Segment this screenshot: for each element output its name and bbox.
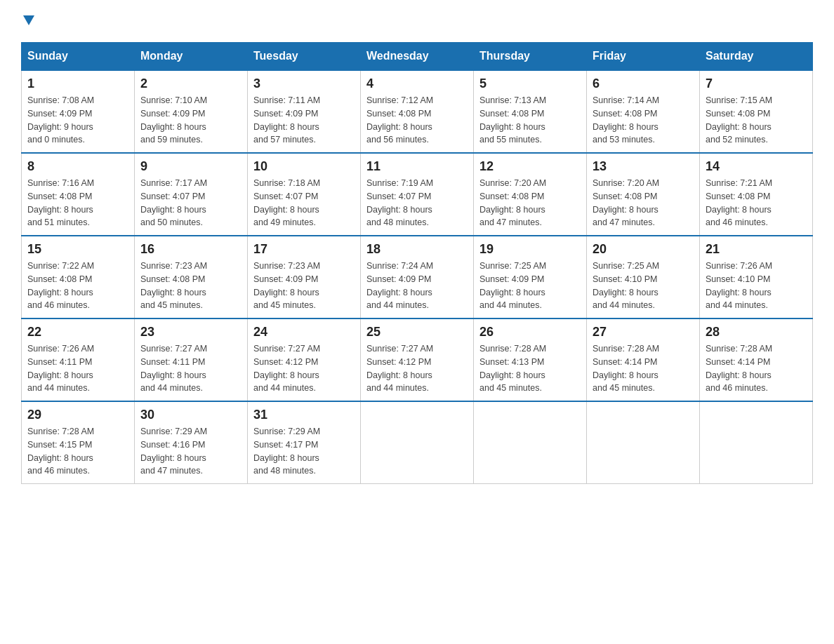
calendar-cell [700,401,813,484]
day-number: 14 [706,159,807,174]
day-number: 11 [366,159,468,174]
day-info: Sunrise: 7:26 AMSunset: 4:10 PMDaylight:… [706,261,772,310]
day-info: Sunrise: 7:10 AMSunset: 4:09 PMDaylight:… [140,95,207,145]
day-info: Sunrise: 7:23 AMSunset: 4:09 PMDaylight:… [253,261,320,310]
day-number: 17 [253,242,355,257]
day-number: 20 [593,242,694,257]
calendar-cell: 27 Sunrise: 7:28 AMSunset: 4:14 PMDaylig… [587,318,700,401]
header-saturday: Saturday [700,43,813,71]
calendar-week-row: 29 Sunrise: 7:28 AMSunset: 4:15 PMDaylig… [22,401,813,484]
calendar-cell: 28 Sunrise: 7:28 AMSunset: 4:14 PMDaylig… [700,318,813,401]
day-info: Sunrise: 7:28 AMSunset: 4:15 PMDaylight:… [27,427,94,476]
day-info: Sunrise: 7:22 AMSunset: 4:08 PMDaylight:… [27,261,94,310]
calendar-header-row: SundayMondayTuesdayWednesdayThursdayFrid… [22,43,813,71]
day-number: 2 [140,76,241,91]
day-number: 9 [140,159,241,174]
day-number: 5 [479,76,581,91]
calendar-cell: 1 Sunrise: 7:08 AMSunset: 4:09 PMDayligh… [22,70,135,153]
day-info: Sunrise: 7:29 AMSunset: 4:17 PMDaylight:… [253,427,320,476]
calendar-cell: 10 Sunrise: 7:18 AMSunset: 4:07 PMDaylig… [248,153,361,236]
day-info: Sunrise: 7:26 AMSunset: 4:11 PMDaylight:… [27,344,94,393]
day-info: Sunrise: 7:27 AMSunset: 4:12 PMDaylight:… [253,344,320,393]
calendar-cell [587,401,700,484]
day-number: 8 [27,159,128,174]
day-number: 18 [366,242,468,257]
calendar-cell [361,401,474,484]
day-info: Sunrise: 7:21 AMSunset: 4:08 PMDaylight:… [706,178,772,227]
calendar-cell: 2 Sunrise: 7:10 AMSunset: 4:09 PMDayligh… [135,70,248,153]
day-info: Sunrise: 7:12 AMSunset: 4:08 PMDaylight:… [366,95,433,145]
day-info: Sunrise: 7:11 AMSunset: 4:09 PMDaylight:… [253,95,320,145]
day-info: Sunrise: 7:28 AMSunset: 4:14 PMDaylight:… [593,344,659,393]
day-info: Sunrise: 7:13 AMSunset: 4:08 PMDaylight:… [479,95,546,145]
svg-marker-0 [23,15,34,25]
day-info: Sunrise: 7:27 AMSunset: 4:11 PMDaylight:… [140,344,207,393]
day-number: 3 [253,76,355,91]
calendar-cell: 31 Sunrise: 7:29 AMSunset: 4:17 PMDaylig… [248,401,361,484]
calendar-cell: 29 Sunrise: 7:28 AMSunset: 4:15 PMDaylig… [22,401,135,484]
day-number: 28 [706,325,807,340]
day-info: Sunrise: 7:20 AMSunset: 4:08 PMDaylight:… [479,178,546,227]
day-number: 7 [706,76,807,91]
day-info: Sunrise: 7:14 AMSunset: 4:08 PMDaylight:… [593,95,659,145]
day-info: Sunrise: 7:23 AMSunset: 4:08 PMDaylight:… [140,261,207,310]
calendar-cell: 24 Sunrise: 7:27 AMSunset: 4:12 PMDaylig… [248,318,361,401]
day-info: Sunrise: 7:29 AMSunset: 4:16 PMDaylight:… [140,427,207,476]
day-number: 26 [479,325,581,340]
calendar-cell: 26 Sunrise: 7:28 AMSunset: 4:13 PMDaylig… [474,318,587,401]
calendar-cell: 20 Sunrise: 7:25 AMSunset: 4:10 PMDaylig… [587,236,700,318]
calendar-cell: 17 Sunrise: 7:23 AMSunset: 4:09 PMDaylig… [248,236,361,318]
calendar-cell: 15 Sunrise: 7:22 AMSunset: 4:08 PMDaylig… [22,236,135,318]
day-number: 25 [366,325,468,340]
calendar-cell: 11 Sunrise: 7:19 AMSunset: 4:07 PMDaylig… [361,153,474,236]
calendar-week-row: 22 Sunrise: 7:26 AMSunset: 4:11 PMDaylig… [22,318,813,401]
day-number: 6 [593,76,694,91]
header-tuesday: Tuesday [248,43,361,71]
day-info: Sunrise: 7:15 AMSunset: 4:08 PMDaylight:… [706,95,772,145]
header-sunday: Sunday [22,43,135,71]
calendar-cell: 19 Sunrise: 7:25 AMSunset: 4:09 PMDaylig… [474,236,587,318]
calendar-cell: 18 Sunrise: 7:24 AMSunset: 4:09 PMDaylig… [361,236,474,318]
day-info: Sunrise: 7:16 AMSunset: 4:08 PMDaylight:… [27,178,94,227]
calendar-cell: 6 Sunrise: 7:14 AMSunset: 4:08 PMDayligh… [587,70,700,153]
day-number: 16 [140,242,241,257]
day-info: Sunrise: 7:19 AMSunset: 4:07 PMDaylight:… [366,178,433,227]
day-info: Sunrise: 7:28 AMSunset: 4:13 PMDaylight:… [479,344,546,393]
day-info: Sunrise: 7:25 AMSunset: 4:09 PMDaylight:… [479,261,546,310]
calendar-cell: 14 Sunrise: 7:21 AMSunset: 4:08 PMDaylig… [700,153,813,236]
day-info: Sunrise: 7:20 AMSunset: 4:08 PMDaylight:… [593,178,659,227]
calendar-week-row: 8 Sunrise: 7:16 AMSunset: 4:08 PMDayligh… [22,153,813,236]
day-number: 22 [27,325,128,340]
calendar-cell: 12 Sunrise: 7:20 AMSunset: 4:08 PMDaylig… [474,153,587,236]
calendar-cell [474,401,587,484]
day-number: 29 [27,408,128,422]
day-number: 10 [253,159,355,174]
calendar-cell: 22 Sunrise: 7:26 AMSunset: 4:11 PMDaylig… [22,318,135,401]
day-number: 23 [140,325,241,340]
day-info: Sunrise: 7:08 AMSunset: 4:09 PMDaylight:… [27,95,94,145]
calendar-cell: 13 Sunrise: 7:20 AMSunset: 4:08 PMDaylig… [587,153,700,236]
day-number: 30 [140,408,241,422]
calendar-cell: 4 Sunrise: 7:12 AMSunset: 4:08 PMDayligh… [361,70,474,153]
day-info: Sunrise: 7:25 AMSunset: 4:10 PMDaylight:… [593,261,659,310]
calendar-cell: 23 Sunrise: 7:27 AMSunset: 4:11 PMDaylig… [135,318,248,401]
page-header [21,14,813,28]
header-thursday: Thursday [474,43,587,71]
calendar-cell: 30 Sunrise: 7:29 AMSunset: 4:16 PMDaylig… [135,401,248,484]
calendar-cell: 25 Sunrise: 7:27 AMSunset: 4:12 PMDaylig… [361,318,474,401]
header-monday: Monday [135,43,248,71]
calendar-cell: 7 Sunrise: 7:15 AMSunset: 4:08 PMDayligh… [700,70,813,153]
day-number: 31 [253,408,355,422]
day-info: Sunrise: 7:17 AMSunset: 4:07 PMDaylight:… [140,178,207,227]
calendar-cell: 8 Sunrise: 7:16 AMSunset: 4:08 PMDayligh… [22,153,135,236]
day-number: 27 [593,325,694,340]
header-wednesday: Wednesday [361,43,474,71]
day-number: 19 [479,242,581,257]
calendar-table: SundayMondayTuesdayWednesdayThursdayFrid… [21,42,813,484]
day-number: 21 [706,242,807,257]
day-info: Sunrise: 7:24 AMSunset: 4:09 PMDaylight:… [366,261,433,310]
calendar-cell: 5 Sunrise: 7:13 AMSunset: 4:08 PMDayligh… [474,70,587,153]
day-info: Sunrise: 7:18 AMSunset: 4:07 PMDaylight:… [253,178,320,227]
header-friday: Friday [587,43,700,71]
day-number: 1 [27,76,128,91]
